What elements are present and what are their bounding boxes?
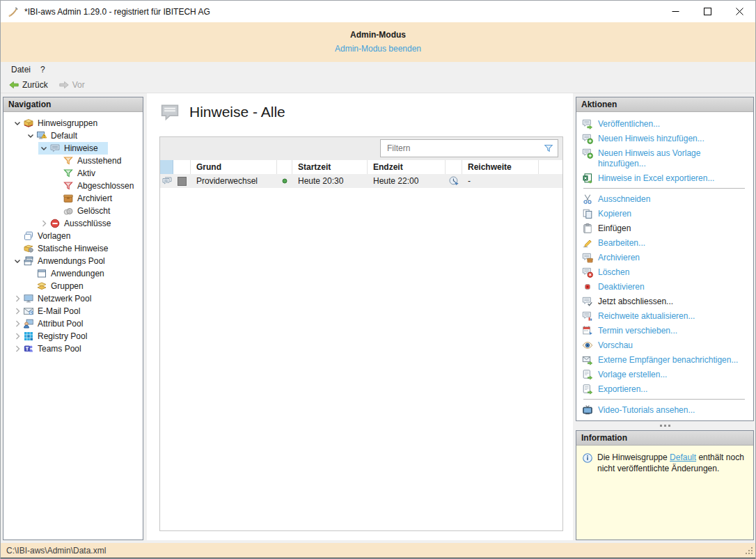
column-header-grund[interactable]: Grund xyxy=(191,160,277,174)
tree-item-label: Attribut Pool xyxy=(38,319,83,329)
tree-item-hinweise[interactable]: Hinweise xyxy=(3,142,143,155)
info-icon xyxy=(582,452,593,464)
column-header-blank-6[interactable] xyxy=(446,160,462,174)
chevron-right-icon[interactable] xyxy=(38,218,49,229)
column-header-startzeit[interactable]: Startzeit xyxy=(292,160,368,174)
tree-item-attribut-pool[interactable]: Attribut Pool xyxy=(3,317,143,330)
archive-icon xyxy=(582,252,593,263)
tree-item-anwendungs-pool[interactable]: Anwendungs Pool xyxy=(3,255,143,267)
action-label: Ausschneiden xyxy=(598,194,650,205)
tree-item-label: Aktiv xyxy=(77,168,95,178)
chevron-right-icon[interactable] xyxy=(12,318,23,329)
tree-item-aktiv[interactable]: Aktiv xyxy=(3,167,143,180)
tree-item-label: Gruppen xyxy=(51,281,84,291)
panel-splitter-handle[interactable] xyxy=(576,421,754,430)
action-externe-empfänger-benachrichtigen[interactable]: Externe Empfänger benachrichtigen... xyxy=(582,352,750,367)
action-vorschau[interactable]: Vorschau xyxy=(582,338,750,352)
tree-item-statische-hinweise[interactable]: Statische Hinweise xyxy=(3,242,143,255)
app-window: *IBI-aws Admin 1.29.0 - registriert für … xyxy=(0,0,756,559)
chevron-right-icon[interactable] xyxy=(12,306,23,317)
tree-item-hinweisgruppen[interactable]: Hinweisgruppen xyxy=(3,117,143,129)
chevron-right-icon[interactable] xyxy=(12,343,23,354)
maximize-button[interactable] xyxy=(691,1,723,22)
forward-button[interactable]: Vor xyxy=(56,79,88,91)
tree-item-archiviert[interactable]: Archiviert xyxy=(3,192,143,205)
page-title-block: Hinweise - Alle xyxy=(159,102,285,122)
tree-item-label: E-Mail Pool xyxy=(38,306,80,316)
action-archivieren[interactable]: Archivieren xyxy=(582,250,750,265)
tree-item-netzwerk-pool[interactable]: Netzwerk Pool xyxy=(3,292,143,305)
action-neuen-hinweis-aus-vorlage-hinzufügen[interactable]: Neuen Hinweis aus Vorlage hinzufügen... xyxy=(582,145,750,171)
resize-grip[interactable] xyxy=(744,546,754,556)
admin-mode-exit-link[interactable]: Admin-Modus beenden xyxy=(335,44,421,54)
status-active-icon xyxy=(277,174,292,188)
information-default-link[interactable]: Default xyxy=(670,452,696,462)
tree-item-vorlagen[interactable]: Vorlagen xyxy=(3,230,143,242)
tree-item-ausschlüsse[interactable]: Ausschlüsse xyxy=(3,217,143,230)
chevron-down-icon[interactable] xyxy=(12,255,23,267)
menu-datei[interactable]: Datei xyxy=(6,62,36,77)
chevron-right-icon[interactable] xyxy=(12,331,23,342)
chevron-down-icon[interactable] xyxy=(38,143,49,154)
column-header-blank-1[interactable] xyxy=(173,160,191,174)
action-exportieren[interactable]: Exportieren... xyxy=(582,381,750,396)
action-kopieren[interactable]: Kopieren xyxy=(582,206,750,221)
back-arrow-icon xyxy=(8,79,19,90)
minimize-button[interactable] xyxy=(659,1,691,22)
filter-input[interactable] xyxy=(382,143,543,154)
action-reichweite-aktualisieren[interactable]: Reichweite aktualisieren... xyxy=(582,308,750,323)
tree-item-registry-pool[interactable]: Registry Pool xyxy=(3,330,143,343)
column-header-reichweite[interactable]: Reichweite xyxy=(462,160,539,174)
update-reach-icon xyxy=(582,310,593,322)
column-header-blank-3[interactable] xyxy=(277,160,292,174)
notices-table: GrundStartzeitEndzeitReichweite Provider… xyxy=(159,136,563,531)
back-button[interactable]: Zurück xyxy=(6,79,51,91)
tree-item-e-mail-pool[interactable]: E-Mail Pool xyxy=(3,305,143,317)
attribute-pool-icon xyxy=(23,318,34,329)
action-veröffentlichen[interactable]: Veröffentlichen... xyxy=(582,116,750,131)
action-video-tutorials-ansehen[interactable]: Video-Tutorials ansehen... xyxy=(582,402,750,417)
action-vorlage-erstellen[interactable]: Vorlage erstellen... xyxy=(582,367,750,381)
tree-item-ausstehend[interactable]: Ausstehend xyxy=(3,155,143,167)
window-controls xyxy=(659,1,755,22)
action-hinweise-in-excel-exportieren[interactable]: Hinweise in Excel exportieren... xyxy=(582,171,750,185)
action-einfügen[interactable]: Einfügen xyxy=(582,221,750,235)
email-pool-icon xyxy=(23,306,34,317)
notices-icon xyxy=(49,143,61,154)
tree-item-teams-pool[interactable]: Teams Pool xyxy=(3,343,143,355)
action-bearbeiten[interactable]: Bearbeiten... xyxy=(582,235,750,250)
chevron-down-icon[interactable] xyxy=(12,118,23,129)
tree-item-gruppen[interactable]: Gruppen xyxy=(3,280,143,292)
action-deaktivieren[interactable]: Deaktivieren xyxy=(582,279,750,294)
filter-funnel-icon[interactable] xyxy=(543,143,554,154)
tree-item-label: Netzwerk Pool xyxy=(38,294,91,304)
action-neuen-hinweis-hinzufügen[interactable]: Neuen Hinweis hinzufügen... xyxy=(582,131,750,145)
action-ausschneiden[interactable]: Ausschneiden xyxy=(582,191,750,206)
tree-item-abgeschlossen[interactable]: Abgeschlossen xyxy=(3,180,143,192)
action-termin-verschieben[interactable]: Termin verschieben... xyxy=(582,323,750,338)
actions-panel-header: Aktionen xyxy=(576,97,753,112)
tree-item-default[interactable]: Default xyxy=(3,129,143,142)
action-label: Veröffentlichen... xyxy=(598,118,660,129)
actions-list: Veröffentlichen...Neuen Hinweis hinzufüg… xyxy=(576,112,753,417)
create-template-icon xyxy=(582,369,593,380)
cell-filler xyxy=(539,174,562,188)
chevron-right-icon[interactable] xyxy=(12,293,23,304)
tree-item-anwendungen[interactable]: Anwendungen xyxy=(3,267,143,280)
chevron-down-icon[interactable] xyxy=(25,130,36,141)
close-button[interactable] xyxy=(723,1,755,22)
move-date-icon xyxy=(582,325,593,336)
table-row[interactable]: ProviderwechselHeute 20:30Heute 22:00- xyxy=(160,174,562,188)
tree-item-label: Registry Pool xyxy=(38,331,87,341)
tree-item-gelöscht[interactable]: Gelöscht xyxy=(3,205,143,217)
deleted-icon xyxy=(63,205,74,216)
column-header-endzeit[interactable]: Endzeit xyxy=(368,160,446,174)
column-header-blank-0[interactable] xyxy=(160,160,173,174)
table-header-row: GrundStartzeitEndzeitReichweite xyxy=(160,160,562,174)
menu-help[interactable]: ? xyxy=(36,62,50,77)
action-löschen[interactable]: Löschen xyxy=(582,265,750,279)
filter-bar xyxy=(160,137,562,160)
action-jetzt-abschliessen[interactable]: Jetzt abschliessen... xyxy=(582,294,750,308)
templates-icon xyxy=(23,230,34,242)
registry-pool-icon xyxy=(23,331,34,342)
